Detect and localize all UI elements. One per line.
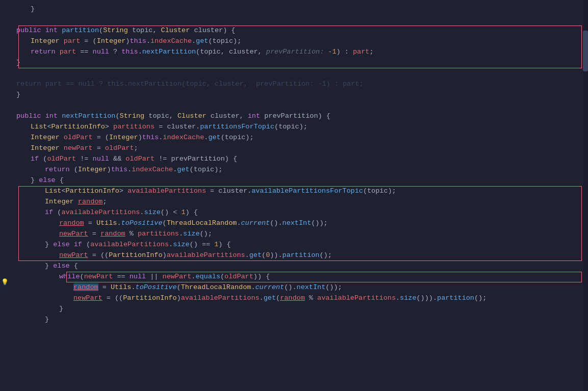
token: topic [132, 27, 153, 34]
token: indexCache [150, 37, 192, 45]
token: % [125, 230, 138, 238]
code-line: if (availablePartitions.size() < 1) { [0, 207, 588, 218]
line-content: if (availablePartitions.size() < 1) { [16, 207, 578, 218]
token: get [177, 166, 189, 173]
token: current [255, 283, 285, 291]
code-editor: }public int partition(String topic, Clus… [0, 0, 588, 391]
code-line: } [0, 4, 588, 15]
line-content: public int partition(String topic, Clust… [16, 25, 578, 36]
token: = ( [80, 37, 96, 45]
token: return [31, 48, 56, 56]
token: ( [99, 27, 103, 34]
token: newPart [163, 273, 192, 280]
token: Integer [31, 134, 60, 141]
token: availablePartitions [61, 208, 140, 216]
token: cluster [194, 27, 223, 34]
token: . [192, 37, 196, 45]
token: ) { [318, 112, 330, 120]
token [58, 112, 62, 120]
token: cluster [218, 187, 247, 195]
token: this [111, 166, 127, 173]
line-content: Integer oldPart = (Integer)this.indexCac… [16, 133, 578, 143]
token: ( [276, 294, 280, 302]
token: PartitionInfo [66, 187, 119, 195]
code-line [0, 68, 588, 79]
token: = [93, 144, 105, 152]
token: indexCache [163, 134, 204, 141]
token [207, 112, 211, 120]
token: == [113, 273, 129, 280]
code-line: random = Utils.toPositive(ThreadLocalRan… [0, 218, 588, 229]
token: topic [148, 112, 169, 120]
token: ( [53, 208, 61, 216]
token: availablePartitions [167, 251, 245, 259]
token: newPart [84, 273, 113, 280]
line-content: } else { [16, 175, 578, 186]
token [74, 198, 78, 205]
token: = [206, 187, 218, 195]
token: size [183, 230, 199, 238]
line-content: } [16, 90, 578, 100]
line-content: } [16, 315, 578, 325]
token: prevPartition [171, 155, 224, 163]
token: ( [39, 155, 47, 163]
token: newPart [73, 294, 103, 302]
token: oldPart [47, 155, 76, 163]
code-line: } [0, 58, 588, 68]
token: cluster [167, 123, 196, 131]
token: } [31, 5, 35, 13]
token: Utils [96, 219, 117, 227]
line-content: if (oldPart != null && oldPart != prevPa… [16, 154, 578, 165]
token: nextInt [283, 219, 312, 227]
token: ( [80, 273, 84, 280]
line-content: Integer newPart = oldPart; [16, 143, 578, 154]
token: Integer [45, 198, 74, 205]
token: get [264, 294, 276, 302]
token: (). [270, 219, 282, 227]
token: ) [177, 294, 181, 302]
token: = (( [88, 251, 109, 259]
code-line: Integer part = (Integer)this.indexCache.… [0, 36, 588, 47]
token: toPositive [136, 283, 177, 291]
token: null [93, 48, 109, 56]
token: availablePartitions [90, 241, 169, 248]
token: part [353, 48, 369, 56]
scrollbar-thumb[interactable] [583, 31, 588, 71]
token: (). [284, 283, 296, 291]
scrollbar[interactable] [583, 0, 588, 391]
token: . [127, 166, 132, 173]
token [109, 123, 113, 131]
token: . [251, 283, 255, 291]
token: { [70, 262, 78, 270]
token: ( [262, 251, 266, 259]
token: return part == null ? this.nextPartition… [16, 80, 364, 88]
token: )). [270, 251, 282, 259]
token: ; [103, 198, 107, 205]
token: oldPart [224, 273, 253, 280]
line-content: } [16, 58, 578, 68]
code-line: } else { [0, 175, 588, 186]
token: partition [283, 251, 320, 259]
token: % [305, 294, 317, 302]
token [128, 27, 132, 34]
token: Utils [111, 283, 132, 291]
token: , [152, 27, 161, 34]
line-content: return part == null ? this.nextPartition… [16, 47, 578, 58]
token: (); [319, 251, 331, 259]
code-line: } else if (availablePartitions.size() ==… [0, 240, 588, 250]
token: = [88, 230, 100, 238]
token: PartitionInfo [123, 294, 176, 302]
token: newPart [64, 144, 93, 152]
token: Integer [78, 166, 107, 173]
code-line: } [0, 90, 588, 100]
line-content: newPart = ((PartitionInfo)availableParti… [16, 293, 578, 304]
code-line: Integer random; [0, 197, 588, 207]
token: != [155, 155, 171, 163]
token: partitions [138, 230, 179, 238]
token: get [208, 134, 220, 141]
code-line [0, 15, 588, 25]
token: int [45, 27, 58, 34]
token: . [196, 123, 200, 131]
token: ) { [223, 27, 235, 34]
line-content: } [16, 304, 578, 315]
